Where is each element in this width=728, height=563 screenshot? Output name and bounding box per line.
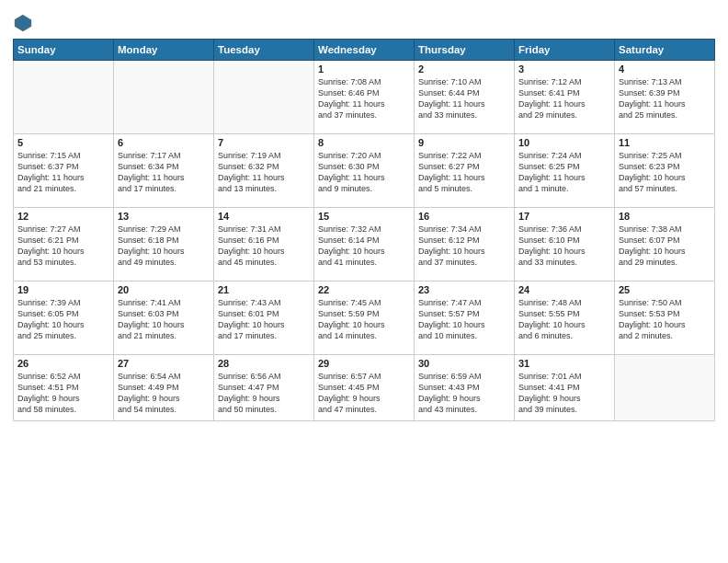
day-number: 20 xyxy=(118,284,210,295)
calendar-cell: 4Sunrise: 7:13 AMSunset: 6:39 PMDaylight… xyxy=(615,61,715,134)
cell-text: Sunrise: 7:19 AMSunset: 6:32 PMDaylight:… xyxy=(218,150,310,195)
cell-text: Sunrise: 6:56 AMSunset: 4:47 PMDaylight:… xyxy=(218,371,310,416)
cell-text: Sunrise: 7:13 AMSunset: 6:39 PMDaylight:… xyxy=(619,76,711,121)
cell-text: Sunrise: 7:01 AMSunset: 4:41 PMDaylight:… xyxy=(518,371,610,416)
cell-text: Sunrise: 7:47 AMSunset: 5:57 PMDaylight:… xyxy=(418,297,510,342)
day-number: 23 xyxy=(418,284,510,295)
day-number: 25 xyxy=(619,284,711,295)
calendar-week-row: 5Sunrise: 7:15 AMSunset: 6:37 PMDaylight… xyxy=(14,134,715,208)
calendar-cell: 7Sunrise: 7:19 AMSunset: 6:32 PMDaylight… xyxy=(214,134,314,208)
day-number: 9 xyxy=(418,137,510,148)
cell-text: Sunrise: 6:52 AMSunset: 4:51 PMDaylight:… xyxy=(17,371,109,416)
calendar-cell: 6Sunrise: 7:17 AMSunset: 6:34 PMDaylight… xyxy=(114,134,214,208)
calendar-cell: 28Sunrise: 6:56 AMSunset: 4:47 PMDayligh… xyxy=(214,355,314,421)
calendar-week-row: 1Sunrise: 7:08 AMSunset: 6:46 PMDaylight… xyxy=(14,61,715,134)
cell-text: Sunrise: 6:57 AMSunset: 4:45 PMDaylight:… xyxy=(318,371,410,416)
cell-text: Sunrise: 7:43 AMSunset: 6:01 PMDaylight:… xyxy=(218,297,310,342)
cell-text: Sunrise: 7:10 AMSunset: 6:44 PMDaylight:… xyxy=(418,76,510,121)
logo-icon xyxy=(13,13,33,33)
calendar-cell: 9Sunrise: 7:22 AMSunset: 6:27 PMDaylight… xyxy=(415,134,515,208)
calendar-table: SundayMondayTuesdayWednesdayThursdayFrid… xyxy=(13,39,715,421)
calendar-cell: 14Sunrise: 7:31 AMSunset: 6:16 PMDayligh… xyxy=(214,208,314,282)
calendar-cell: 27Sunrise: 6:54 AMSunset: 4:49 PMDayligh… xyxy=(114,355,214,421)
cell-text: Sunrise: 7:12 AMSunset: 6:41 PMDaylight:… xyxy=(518,76,610,121)
calendar-cell: 12Sunrise: 7:27 AMSunset: 6:21 PMDayligh… xyxy=(14,208,114,282)
day-number: 26 xyxy=(17,358,109,369)
cell-text: Sunrise: 7:50 AMSunset: 5:53 PMDaylight:… xyxy=(619,297,711,342)
calendar-cell: 18Sunrise: 7:38 AMSunset: 6:07 PMDayligh… xyxy=(615,208,715,282)
weekday-header-monday: Monday xyxy=(114,40,214,61)
day-number: 17 xyxy=(518,211,610,222)
day-number: 6 xyxy=(118,137,210,148)
calendar-cell: 19Sunrise: 7:39 AMSunset: 6:05 PMDayligh… xyxy=(14,282,114,355)
calendar-cell: 26Sunrise: 6:52 AMSunset: 4:51 PMDayligh… xyxy=(14,355,114,421)
calendar-cell: 31Sunrise: 7:01 AMSunset: 4:41 PMDayligh… xyxy=(515,355,615,421)
day-number: 5 xyxy=(17,137,109,148)
cell-text: Sunrise: 7:38 AMSunset: 6:07 PMDaylight:… xyxy=(619,224,711,269)
day-number: 16 xyxy=(418,211,510,222)
day-number: 29 xyxy=(318,358,410,369)
calendar-week-row: 19Sunrise: 7:39 AMSunset: 6:05 PMDayligh… xyxy=(14,282,715,355)
cell-text: Sunrise: 7:20 AMSunset: 6:30 PMDaylight:… xyxy=(318,150,410,195)
calendar-cell xyxy=(14,61,114,134)
calendar-cell: 22Sunrise: 7:45 AMSunset: 5:59 PMDayligh… xyxy=(314,282,415,355)
cell-text: Sunrise: 7:45 AMSunset: 5:59 PMDaylight:… xyxy=(318,297,410,342)
cell-text: Sunrise: 7:29 AMSunset: 6:18 PMDaylight:… xyxy=(118,224,210,269)
header xyxy=(13,9,715,33)
calendar-cell: 16Sunrise: 7:34 AMSunset: 6:12 PMDayligh… xyxy=(415,208,515,282)
cell-text: Sunrise: 7:31 AMSunset: 6:16 PMDaylight:… xyxy=(218,224,310,269)
cell-text: Sunrise: 7:41 AMSunset: 6:03 PMDaylight:… xyxy=(118,297,210,342)
calendar-cell: 25Sunrise: 7:50 AMSunset: 5:53 PMDayligh… xyxy=(615,282,715,355)
calendar-cell: 21Sunrise: 7:43 AMSunset: 6:01 PMDayligh… xyxy=(214,282,314,355)
calendar-cell: 29Sunrise: 6:57 AMSunset: 4:45 PMDayligh… xyxy=(314,355,415,421)
day-number: 15 xyxy=(318,211,410,222)
calendar-cell: 23Sunrise: 7:47 AMSunset: 5:57 PMDayligh… xyxy=(415,282,515,355)
cell-text: Sunrise: 7:15 AMSunset: 6:37 PMDaylight:… xyxy=(17,150,109,195)
day-number: 28 xyxy=(218,358,310,369)
weekday-header-thursday: Thursday xyxy=(415,40,515,61)
calendar-cell xyxy=(214,61,314,134)
cell-text: Sunrise: 7:27 AMSunset: 6:21 PMDaylight:… xyxy=(17,224,109,269)
calendar-cell xyxy=(615,355,715,421)
cell-text: Sunrise: 7:48 AMSunset: 5:55 PMDaylight:… xyxy=(518,297,610,342)
day-number: 10 xyxy=(518,137,610,148)
cell-text: Sunrise: 7:08 AMSunset: 6:46 PMDaylight:… xyxy=(318,76,410,121)
calendar-cell: 2Sunrise: 7:10 AMSunset: 6:44 PMDaylight… xyxy=(415,61,515,134)
day-number: 21 xyxy=(218,284,310,295)
cell-text: Sunrise: 7:34 AMSunset: 6:12 PMDaylight:… xyxy=(418,224,510,269)
cell-text: Sunrise: 7:36 AMSunset: 6:10 PMDaylight:… xyxy=(518,224,610,269)
calendar-week-row: 26Sunrise: 6:52 AMSunset: 4:51 PMDayligh… xyxy=(14,355,715,421)
logo xyxy=(13,13,37,33)
calendar-cell xyxy=(114,61,214,134)
weekday-header-wednesday: Wednesday xyxy=(314,40,415,61)
cell-text: Sunrise: 7:24 AMSunset: 6:25 PMDaylight:… xyxy=(518,150,610,195)
cell-text: Sunrise: 7:22 AMSunset: 6:27 PMDaylight:… xyxy=(418,150,510,195)
day-number: 14 xyxy=(218,211,310,222)
calendar-week-row: 12Sunrise: 7:27 AMSunset: 6:21 PMDayligh… xyxy=(14,208,715,282)
calendar-cell: 15Sunrise: 7:32 AMSunset: 6:14 PMDayligh… xyxy=(314,208,415,282)
cell-text: Sunrise: 7:25 AMSunset: 6:23 PMDaylight:… xyxy=(619,150,711,195)
day-number: 24 xyxy=(518,284,610,295)
cell-text: Sunrise: 7:32 AMSunset: 6:14 PMDaylight:… xyxy=(318,224,410,269)
day-number: 31 xyxy=(518,358,610,369)
weekday-header-row: SundayMondayTuesdayWednesdayThursdayFrid… xyxy=(14,40,715,61)
calendar-cell: 1Sunrise: 7:08 AMSunset: 6:46 PMDaylight… xyxy=(314,61,415,134)
calendar-cell: 5Sunrise: 7:15 AMSunset: 6:37 PMDaylight… xyxy=(14,134,114,208)
weekday-header-friday: Friday xyxy=(515,40,615,61)
day-number: 13 xyxy=(118,211,210,222)
cell-text: Sunrise: 6:59 AMSunset: 4:43 PMDaylight:… xyxy=(418,371,510,416)
calendar-cell: 30Sunrise: 6:59 AMSunset: 4:43 PMDayligh… xyxy=(415,355,515,421)
calendar-cell: 24Sunrise: 7:48 AMSunset: 5:55 PMDayligh… xyxy=(515,282,615,355)
day-number: 1 xyxy=(318,63,410,75)
calendar-cell: 17Sunrise: 7:36 AMSunset: 6:10 PMDayligh… xyxy=(515,208,615,282)
cell-text: Sunrise: 7:17 AMSunset: 6:34 PMDaylight:… xyxy=(118,150,210,195)
day-number: 7 xyxy=(218,137,310,148)
day-number: 22 xyxy=(318,284,410,295)
cell-text: Sunrise: 7:39 AMSunset: 6:05 PMDaylight:… xyxy=(17,297,109,342)
calendar-cell: 13Sunrise: 7:29 AMSunset: 6:18 PMDayligh… xyxy=(114,208,214,282)
day-number: 2 xyxy=(418,63,510,75)
calendar-cell: 10Sunrise: 7:24 AMSunset: 6:25 PMDayligh… xyxy=(515,134,615,208)
calendar-cell: 3Sunrise: 7:12 AMSunset: 6:41 PMDaylight… xyxy=(515,61,615,134)
weekday-header-sunday: Sunday xyxy=(14,40,114,61)
day-number: 8 xyxy=(318,137,410,148)
